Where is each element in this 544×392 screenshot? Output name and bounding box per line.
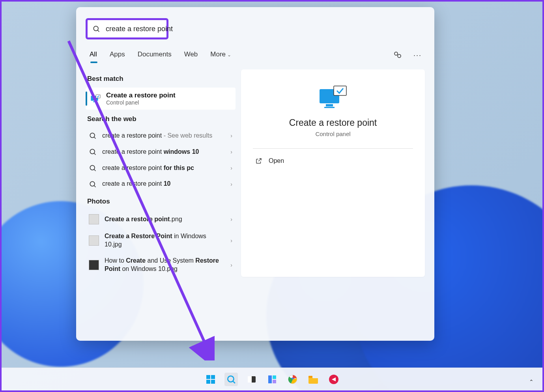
svg-rect-18 bbox=[334, 86, 346, 95]
search-box[interactable] bbox=[88, 20, 166, 37]
chevron-right-icon: › bbox=[230, 237, 232, 244]
svg-point-24 bbox=[228, 376, 234, 382]
svg-point-13 bbox=[90, 181, 95, 186]
svg-rect-28 bbox=[268, 375, 272, 383]
app-button[interactable] bbox=[327, 373, 340, 386]
chat-icon[interactable] bbox=[393, 50, 402, 60]
web-result-1[interactable]: create a restore point windows 10 › bbox=[86, 144, 236, 160]
image-thumbnail-icon bbox=[89, 214, 99, 224]
preview-title: Create a restore point bbox=[250, 118, 416, 128]
filter-documents[interactable]: Documents bbox=[137, 48, 172, 62]
chrome-button[interactable] bbox=[286, 373, 299, 386]
svg-line-14 bbox=[94, 186, 96, 187]
svg-point-7 bbox=[90, 133, 95, 138]
taskbar-search-button[interactable] bbox=[224, 373, 238, 386]
photos-heading: Photos bbox=[87, 198, 234, 205]
svg-rect-6 bbox=[96, 95, 100, 98]
svg-rect-23 bbox=[211, 380, 215, 384]
svg-line-25 bbox=[233, 381, 235, 383]
chevron-right-icon: › bbox=[230, 181, 232, 187]
web-result-0[interactable]: create a restore point - See web results… bbox=[86, 128, 236, 144]
chevron-right-icon: › bbox=[230, 165, 232, 171]
search-icon bbox=[226, 374, 236, 385]
file-explorer-button[interactable] bbox=[307, 373, 320, 386]
filter-more[interactable]: More⌄ bbox=[209, 48, 232, 62]
web-result-3[interactable]: create a restore point 10 › bbox=[86, 176, 236, 192]
search-icon bbox=[89, 164, 97, 172]
search-icon bbox=[89, 132, 97, 140]
best-match-subtitle: Control panel bbox=[106, 99, 176, 106]
chevron-right-icon: › bbox=[230, 216, 232, 222]
svg-line-12 bbox=[94, 170, 96, 171]
image-thumbnail-icon bbox=[89, 235, 99, 246]
annotation-highlight bbox=[86, 18, 168, 39]
photo-result-0[interactable]: Create a restore point.png › bbox=[86, 210, 236, 228]
svg-rect-20 bbox=[206, 375, 210, 379]
svg-line-8 bbox=[94, 137, 96, 139]
chevron-right-icon: › bbox=[230, 262, 232, 268]
svg-point-3 bbox=[398, 54, 401, 58]
svg-line-10 bbox=[94, 153, 96, 155]
start-button[interactable] bbox=[204, 373, 217, 386]
preview-pane: Create a restore point Control panel Ope… bbox=[241, 69, 425, 277]
divider bbox=[253, 148, 413, 149]
open-label: Open bbox=[269, 157, 284, 164]
folder-icon bbox=[308, 375, 319, 384]
photo-result-2[interactable]: How to Create and Use System Restore Poi… bbox=[86, 253, 236, 277]
task-view-icon bbox=[247, 374, 257, 385]
filter-apps[interactable]: Apps bbox=[109, 48, 126, 62]
filter-bar: All Apps Documents Web More⌄ ··· bbox=[86, 47, 425, 62]
task-view-button[interactable] bbox=[245, 373, 258, 386]
open-action[interactable]: Open bbox=[250, 155, 416, 167]
open-external-icon bbox=[255, 157, 262, 164]
preview-subtitle: Control panel bbox=[250, 131, 416, 137]
tray-expand-icon[interactable]: ⌃ bbox=[529, 379, 534, 385]
search-input[interactable] bbox=[106, 25, 197, 33]
monitor-check-icon bbox=[90, 94, 101, 103]
svg-rect-33 bbox=[308, 376, 312, 378]
widgets-button[interactable] bbox=[265, 373, 279, 386]
web-result-2[interactable]: create a restore point for this pc › bbox=[86, 160, 236, 176]
svg-point-11 bbox=[90, 165, 95, 170]
svg-rect-17 bbox=[324, 107, 335, 108]
chrome-icon bbox=[288, 374, 298, 385]
app-icon bbox=[329, 374, 339, 385]
image-thumbnail-icon bbox=[89, 260, 99, 270]
svg-rect-5 bbox=[93, 101, 96, 102]
filter-web[interactable]: Web bbox=[183, 48, 199, 62]
best-match-title: Create a restore point bbox=[106, 91, 176, 99]
more-options-button[interactable]: ··· bbox=[413, 51, 422, 60]
best-match-item[interactable]: Create a restore point Control panel bbox=[86, 88, 236, 110]
svg-point-2 bbox=[394, 52, 398, 55]
chevron-right-icon: › bbox=[230, 149, 232, 155]
svg-rect-21 bbox=[211, 375, 215, 379]
taskbar bbox=[2, 368, 542, 390]
svg-rect-16 bbox=[326, 104, 333, 106]
monitor-check-icon bbox=[317, 84, 349, 110]
svg-rect-29 bbox=[273, 375, 276, 379]
svg-line-1 bbox=[98, 30, 99, 32]
widgets-icon bbox=[267, 374, 277, 385]
svg-rect-30 bbox=[273, 380, 276, 383]
start-search-panel: All Apps Documents Web More⌄ ··· Best ma… bbox=[76, 7, 434, 341]
svg-point-9 bbox=[90, 149, 95, 154]
svg-rect-27 bbox=[248, 376, 252, 383]
best-match-heading: Best match bbox=[87, 75, 234, 83]
search-icon bbox=[92, 25, 100, 33]
filter-all[interactable]: All bbox=[89, 48, 98, 62]
search-web-heading: Search the web bbox=[87, 115, 234, 123]
search-icon bbox=[89, 180, 97, 188]
photo-result-1[interactable]: Create a Restore Point in Windows 10.jpg… bbox=[86, 228, 236, 253]
chevron-right-icon: › bbox=[230, 133, 232, 139]
windows-icon bbox=[206, 374, 216, 385]
svg-point-0 bbox=[93, 26, 98, 31]
svg-rect-22 bbox=[206, 380, 210, 384]
search-icon bbox=[89, 148, 97, 156]
